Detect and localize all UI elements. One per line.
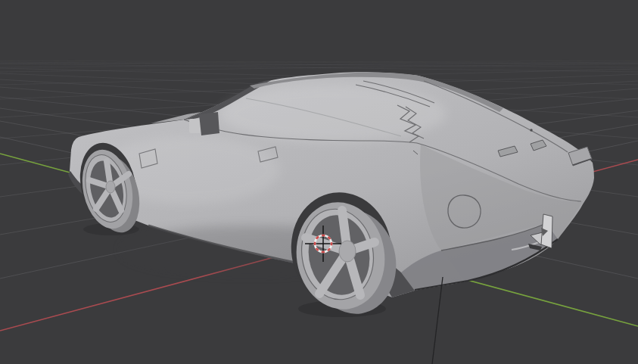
front-hub bbox=[106, 181, 115, 193]
side-mirror[interactable] bbox=[199, 112, 219, 135]
rear-hub bbox=[339, 241, 356, 262]
viewport-canvas[interactable] bbox=[0, 0, 638, 364]
3d-viewport[interactable] bbox=[0, 0, 638, 364]
deck-dot bbox=[530, 129, 532, 131]
